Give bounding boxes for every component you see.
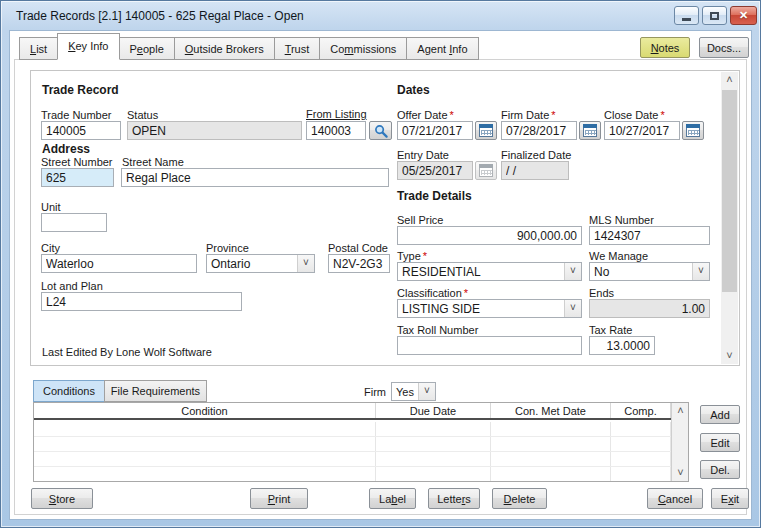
tab-commissions[interactable]: Commissions	[319, 37, 407, 60]
tab-people[interactable]: People	[119, 37, 175, 60]
add-button[interactable]: Add	[700, 405, 740, 424]
main-tabstrip: List Key Info People Outside Brokers Tru…	[19, 33, 478, 60]
street-number-label: Street Number	[41, 156, 113, 168]
label-button[interactable]: Label	[369, 488, 416, 509]
street-name-label: Street Name	[122, 156, 184, 168]
letters-button[interactable]: Letters	[428, 488, 480, 509]
offer-date-input[interactable]	[397, 121, 473, 140]
close-date-calendar-button[interactable]	[682, 121, 704, 140]
grid-cell	[376, 452, 491, 466]
tab-trust[interactable]: Trust	[274, 37, 321, 60]
table-row[interactable]	[34, 437, 671, 452]
section-trade-record: Trade Record	[42, 83, 119, 97]
classification-label: Classification*	[397, 287, 468, 299]
required-marker: *	[423, 250, 427, 262]
grid-cell	[491, 437, 611, 451]
scroll-down-icon[interactable]: ˅	[721, 348, 738, 364]
scrollbar-thumb[interactable]	[722, 90, 737, 292]
from-listing-search-button[interactable]	[369, 121, 392, 140]
delete-row-button[interactable]: Del.	[700, 460, 740, 479]
restore-button[interactable]	[702, 6, 727, 25]
lot-and-plan-input[interactable]	[41, 292, 242, 311]
conditions-grid-body[interactable]	[34, 422, 671, 481]
minimize-button[interactable]	[674, 6, 699, 25]
table-row[interactable]	[34, 422, 671, 437]
ends-label: Ends	[589, 287, 614, 299]
tax-rate-label: Tax Rate	[589, 324, 632, 336]
unit-input[interactable]	[41, 213, 107, 232]
chevron-down-icon: ˅	[297, 255, 314, 272]
postal-code-input[interactable]	[328, 254, 390, 273]
street-name-input[interactable]	[121, 168, 389, 187]
close-date-input[interactable]	[604, 121, 680, 140]
firm-date-input[interactable]	[501, 121, 577, 140]
street-number-input[interactable]	[41, 168, 114, 187]
scroll-up-icon[interactable]: ˄	[721, 72, 738, 88]
tab-list[interactable]: List	[19, 37, 58, 60]
form-scrollbar[interactable]: ˄ ˅	[721, 72, 738, 364]
calendar-icon	[479, 124, 493, 137]
grid-cell	[376, 422, 491, 436]
ends-input	[589, 299, 710, 318]
grid-cell	[611, 422, 671, 436]
chevron-down-icon: ˅	[418, 383, 435, 400]
offer-date-calendar-button[interactable]	[475, 121, 497, 140]
section-address: Address	[42, 142, 90, 156]
from-listing-input[interactable]	[306, 121, 366, 140]
tax-rate-input[interactable]	[589, 336, 655, 355]
firm-label: Firm	[364, 386, 386, 398]
docs-button[interactable]: Docs...	[699, 37, 749, 58]
close-button[interactable]: ✕	[730, 6, 757, 25]
table-row[interactable]	[34, 452, 671, 467]
status-label: Status	[127, 109, 158, 121]
trade-records-window: Trade Records [2.1] 140005 - 625 Regal P…	[0, 0, 761, 528]
conditions-grid[interactable]: Condition Due Date Con. Met Date Comp. ˄…	[33, 402, 689, 482]
calendar-icon	[686, 124, 700, 137]
province-select[interactable]: Ontario ˅	[206, 254, 315, 273]
column-header-condition: Condition	[34, 403, 376, 418]
tab-key-info[interactable]: Key Info	[57, 33, 119, 60]
sell-price-label: Sell Price	[397, 214, 443, 226]
print-button[interactable]: Print	[250, 488, 308, 509]
required-marker: *	[551, 109, 555, 121]
city-input[interactable]	[41, 254, 197, 273]
we-manage-select[interactable]: No ˅	[589, 262, 710, 281]
grid-cell	[491, 452, 611, 466]
grid-scrollbar[interactable]: ˄ ˅	[671, 403, 688, 481]
required-marker: *	[660, 109, 664, 121]
restore-icon	[710, 12, 719, 20]
subtab-file-requirements[interactable]: File Requirements	[104, 380, 207, 402]
scroll-down-icon[interactable]: ˅	[672, 465, 689, 481]
mls-number-label: MLS Number	[589, 214, 654, 226]
subtab-conditions[interactable]: Conditions	[33, 380, 105, 402]
search-icon	[374, 124, 388, 138]
delete-button[interactable]: Delete	[492, 488, 547, 509]
mls-number-input[interactable]	[589, 226, 710, 245]
tab-outside-brokers[interactable]: Outside Brokers	[174, 37, 275, 60]
required-marker: *	[464, 287, 468, 299]
grid-cell	[491, 467, 611, 481]
tab-agent-info[interactable]: Agent Info	[406, 37, 478, 60]
grid-cell	[34, 422, 376, 436]
postal-code-label: Postal Code	[328, 242, 388, 254]
sell-price-input[interactable]	[397, 226, 582, 245]
tax-roll-number-input[interactable]	[397, 336, 582, 355]
exit-button[interactable]: Exit	[711, 488, 749, 509]
window-client-area: List Key Info People Outside Brokers Tru…	[9, 30, 752, 520]
cancel-button[interactable]: Cancel	[647, 488, 703, 509]
store-button[interactable]: Store	[31, 488, 93, 509]
table-row[interactable]	[34, 467, 671, 481]
firm-select[interactable]: Yes ˅	[391, 382, 436, 401]
classification-select[interactable]: LISTING SIDE ˅	[397, 299, 582, 318]
from-listing-label[interactable]: From Listing	[306, 108, 367, 120]
grid-cell	[376, 467, 491, 481]
grid-cell	[34, 467, 376, 481]
trade-number-input[interactable]	[41, 121, 121, 140]
column-header-con-met-date: Con. Met Date	[491, 403, 611, 418]
trade-form-panel: Trade Record Trade Number Status From Li…	[30, 70, 740, 366]
edit-button[interactable]: Edit	[700, 433, 740, 452]
firm-date-calendar-button[interactable]	[579, 121, 601, 140]
scroll-up-icon[interactable]: ˄	[672, 403, 689, 419]
type-select[interactable]: RESIDENTIAL ˅	[397, 262, 582, 281]
notes-button[interactable]: Notes	[640, 37, 690, 58]
